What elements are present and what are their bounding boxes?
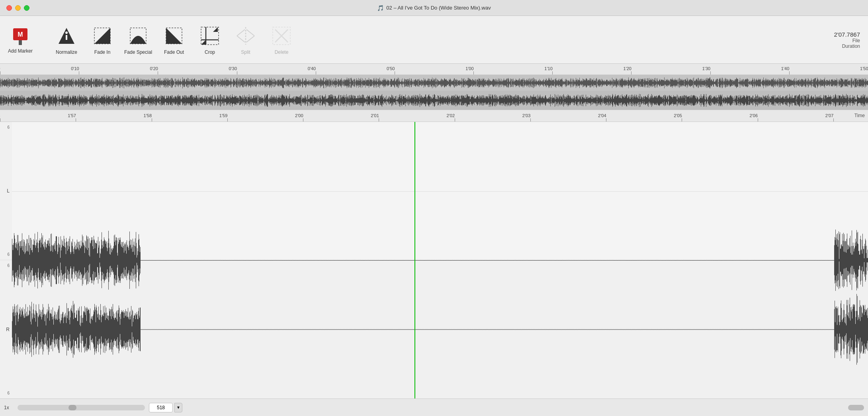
svg-rect-2: [19, 40, 22, 45]
close-button[interactable]: [6, 5, 12, 11]
svg-marker-10: [166, 28, 182, 44]
overview-ruler-tick: 1'40: [789, 71, 790, 75]
waveform-canvas: [12, 122, 868, 398]
duration-value: 2'07.7867: [834, 31, 860, 37]
delete-button[interactable]: Delete: [264, 25, 299, 55]
main-waveform-area: 6 L 6 6 R 6: [0, 122, 868, 398]
delete-icon: [270, 25, 293, 47]
fade-special-icon: [127, 25, 149, 47]
scrollbar-area: 1x ▼: [0, 398, 868, 416]
add-marker-label: Add Marker: [8, 48, 33, 54]
delete-label: Delete: [275, 49, 289, 55]
svg-line-17: [237, 29, 245, 36]
svg-point-4: [65, 31, 68, 34]
svg-marker-7: [94, 28, 110, 44]
detail-ruler-tick: 2'00: [303, 118, 303, 122]
detail-ruler-tick: 2'03: [530, 118, 531, 122]
overview-ruler-tick: 0'20: [158, 71, 158, 75]
detail-ruler-tick: 2'05: [682, 118, 682, 122]
crop-icon: [199, 25, 221, 47]
crop-button[interactable]: Crop: [192, 25, 228, 55]
overview-ruler-tick: 1'30: [710, 71, 711, 75]
fade-out-icon: [163, 25, 185, 47]
fade-out-button[interactable]: Fade Out: [156, 25, 192, 55]
svg-line-19: [237, 36, 245, 42]
svg-marker-14: [213, 27, 218, 32]
overview-ruler-tick: 0'10: [79, 71, 79, 75]
scrollbar-thumb[interactable]: [68, 405, 76, 410]
detail-ruler-tick: 2'02: [455, 118, 455, 122]
detail-ruler-tick: 2'01: [379, 118, 379, 122]
right-db-bottom: 6: [7, 391, 10, 395]
fade-in-icon: [91, 25, 113, 47]
split-label: Split: [241, 49, 250, 55]
detail-ruler-tick: 2'07: [833, 118, 834, 122]
right-db-top: 6: [7, 263, 10, 268]
detail-ruler-tick: 1'58: [152, 118, 152, 122]
overview-waveform-top: [0, 75, 868, 91]
minimize-button[interactable]: [15, 5, 21, 11]
normalize-icon: [55, 25, 78, 47]
overview-ruler-tick: 0'00: [0, 71, 0, 75]
zoom-input[interactable]: [149, 403, 173, 412]
left-db-bottom: 6: [7, 252, 10, 257]
zoom-input-wrap: ▼: [149, 403, 182, 412]
split-button[interactable]: Split: [228, 25, 264, 55]
detail-ruler-tick: 1'57: [76, 118, 76, 122]
window-title: 🎵 02 – All I've Got To Do (Wide Stereo M…: [377, 5, 491, 11]
overview-ruler-tick: 1'20: [631, 71, 631, 75]
detail-ruler-tick: 1'56: [0, 118, 0, 122]
waveform-display: [12, 122, 868, 398]
titlebar: 🎵 02 – All I've Got To Do (Wide Stereo M…: [0, 0, 868, 16]
zoom-dropdown-button[interactable]: ▼: [174, 403, 182, 412]
maximize-button[interactable]: [24, 5, 29, 11]
file-label: File: [834, 37, 860, 43]
normalize-label: Normalize: [56, 49, 77, 55]
detail-ruler: Time 1'561'571'581'592'002'012'022'032'0…: [0, 110, 868, 122]
split-icon: [235, 25, 257, 47]
fade-special-label: Fade Special: [124, 49, 152, 55]
add-marker-button[interactable]: M Add Marker: [8, 26, 33, 54]
scrollbar-track[interactable]: [18, 405, 145, 410]
svg-line-20: [246, 36, 254, 42]
traffic-lights: [6, 5, 29, 11]
fade-special-button[interactable]: Fade Special: [120, 25, 156, 55]
fade-in-label: Fade In: [94, 49, 111, 55]
channel-labels-panel: 6 L 6 6 R 6: [0, 122, 12, 398]
overview-ruler-tick: 0'30: [237, 71, 237, 75]
overview-ruler: 0'000'100'200'300'400'501'001'101'201'30…: [0, 64, 868, 75]
fade-in-button[interactable]: Fade In: [84, 25, 120, 55]
right-channel-label: R: [6, 327, 10, 332]
time-label: Time: [854, 113, 865, 118]
normalize-button[interactable]: Normalize: [49, 25, 84, 55]
toolbar: M Add Marker Normalize Fade In: [0, 16, 868, 64]
left-db-top: 6: [7, 125, 10, 130]
crop-label: Crop: [205, 49, 215, 55]
overview-ruler-tick: 1'00: [473, 71, 474, 75]
fade-out-label: Fade Out: [164, 49, 184, 55]
duration-label: Duration: [834, 43, 860, 49]
overview-ruler-tick: 0'40: [316, 71, 316, 75]
zoom-label: 1x: [4, 405, 14, 410]
scrollbar-right-thumb[interactable]: [848, 405, 864, 410]
svg-rect-5: [66, 35, 67, 40]
title-text: 02 – All I've Got To Do (Wide Stereo Mix…: [386, 5, 491, 11]
svg-text:M: M: [18, 31, 23, 38]
left-channel-label: L: [7, 188, 10, 194]
duration-info: 2'07.7867 File Duration: [834, 31, 860, 49]
add-marker-icon: M: [10, 26, 31, 47]
overview-ruler-tick: 0'50: [395, 71, 395, 75]
svg-line-18: [246, 29, 254, 36]
svg-marker-15: [201, 40, 206, 45]
detail-ruler-tick: 1'59: [227, 118, 228, 122]
overview-ruler-tick: 1'10: [552, 71, 553, 75]
detail-ruler-tick: 2'06: [758, 118, 758, 122]
overview-waveform-bottom: [0, 91, 868, 110]
detail-ruler-tick: 2'04: [606, 118, 606, 122]
file-icon: 🎵: [377, 5, 384, 11]
